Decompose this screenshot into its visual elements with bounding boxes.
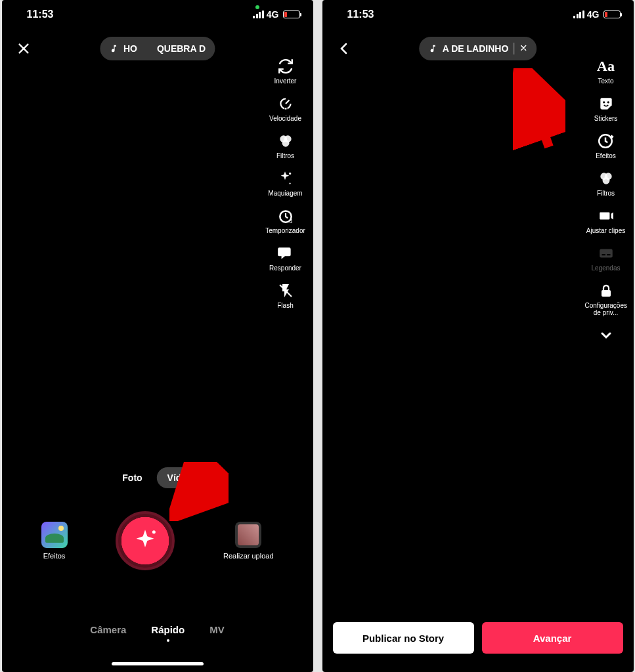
timer-label: Temporizador xyxy=(265,227,305,234)
speed-icon: 1x xyxy=(276,94,296,114)
adjust-label: Ajustar clipes xyxy=(586,227,625,234)
sound-text-a: HO xyxy=(123,43,137,54)
camera-tools: Inverter 1x Velocidade Filtros Maquiagem… xyxy=(263,56,308,309)
clips-icon xyxy=(596,206,616,226)
music-note-icon xyxy=(428,44,437,53)
filters-icon xyxy=(596,169,616,188)
svg-text:1x: 1x xyxy=(282,106,288,112)
captions-icon xyxy=(596,243,616,263)
tab-foto[interactable]: Foto xyxy=(112,467,152,488)
status-time: 11:53 xyxy=(15,9,54,20)
timer-tool[interactable]: 3 Temporizador xyxy=(265,206,305,234)
svg-point-14 xyxy=(603,101,605,103)
edit-tools: Aa Texto Stickers Efeitos Filtros Ajusta… xyxy=(584,56,628,345)
network-label: 4G xyxy=(267,9,279,20)
upload-label: Realizar upload xyxy=(223,552,273,560)
filters-label: Filtros xyxy=(597,190,615,197)
captions-label: Legendas xyxy=(592,264,621,272)
mode-camera[interactable]: Câmera xyxy=(90,624,126,635)
remove-sound-button[interactable] xyxy=(519,43,527,54)
speed-tool[interactable]: 1x Velocidade xyxy=(269,94,301,122)
lock-icon xyxy=(596,281,616,301)
upload-button[interactable]: Realizar upload xyxy=(223,522,273,560)
speed-label: Velocidade xyxy=(269,115,301,122)
captions-tool[interactable]: Legendas xyxy=(592,243,621,272)
home-indicator[interactable] xyxy=(112,662,204,665)
more-tools-toggle[interactable] xyxy=(596,326,616,345)
status-right: 4G xyxy=(253,9,299,20)
flash-tool[interactable]: Flash xyxy=(276,281,296,309)
svg-point-15 xyxy=(607,101,609,103)
effects-icon xyxy=(41,522,68,548)
mode-selector: Câmera Rápido MV xyxy=(2,624,313,635)
pill-divider xyxy=(514,43,514,54)
camera-active-dot xyxy=(255,5,259,9)
filters-tool[interactable]: Filtros xyxy=(596,169,616,197)
text-tool[interactable]: Aa Texto xyxy=(596,56,616,85)
svg-point-19 xyxy=(602,177,609,184)
reply-icon xyxy=(275,243,295,263)
signal-icon xyxy=(573,10,584,18)
flash-label: Flash xyxy=(277,302,293,309)
sound-text: A DE LADINHO xyxy=(443,43,509,54)
stickers-tool[interactable]: Stickers xyxy=(594,94,618,122)
effects-tool[interactable]: Efeitos xyxy=(596,131,616,159)
svg-point-5 xyxy=(290,183,291,184)
filters-icon xyxy=(276,131,296,151)
filters-tool[interactable]: Filtros xyxy=(276,131,296,159)
status-time: 11:53 xyxy=(336,9,374,20)
privacy-tool[interactable]: Configurações de priv... xyxy=(585,281,627,316)
annotation-arrow xyxy=(513,68,565,154)
back-button[interactable] xyxy=(333,37,355,60)
status-bar: 11:53 4G xyxy=(2,0,313,29)
edit-screen: 11:53 4G A DE LADINHO Aa Texto xyxy=(322,0,634,672)
svg-text:3: 3 xyxy=(289,218,292,224)
flip-camera-tool[interactable]: Inverter xyxy=(274,56,297,85)
camera-screen: 11:53 4G HO — QUEBRA D Inverter 1x Veloc… xyxy=(2,0,313,672)
sticker-icon xyxy=(596,94,616,114)
stickers-label: Stickers xyxy=(594,115,618,122)
signal-icon xyxy=(253,10,264,18)
sparkle-icon xyxy=(275,169,295,188)
bottom-actions: Publicar no Story Avançar xyxy=(333,622,623,654)
filters-label: Filtros xyxy=(276,152,294,159)
svg-point-4 xyxy=(289,173,291,175)
close-icon xyxy=(519,44,527,52)
reply-tool[interactable]: Responder xyxy=(269,243,301,272)
next-button[interactable]: Avançar xyxy=(482,622,623,654)
timer-icon: 3 xyxy=(276,206,296,226)
effects-button[interactable]: Efeitos xyxy=(41,522,68,560)
post-story-button[interactable]: Publicar no Story xyxy=(333,622,474,654)
status-right: 4G xyxy=(573,9,620,20)
svg-rect-23 xyxy=(607,254,610,255)
reply-label: Responder xyxy=(269,264,301,272)
close-button[interactable] xyxy=(12,37,35,60)
svg-rect-22 xyxy=(602,254,605,255)
sound-selector[interactable]: HO — QUEBRA D xyxy=(100,37,215,60)
flip-icon xyxy=(276,56,296,76)
mode-mv[interactable]: MV xyxy=(209,624,225,635)
svg-rect-21 xyxy=(600,249,613,258)
flip-label: Inverter xyxy=(274,77,297,85)
sound-selector[interactable]: A DE LADINHO xyxy=(419,37,537,60)
sparkle-record-icon xyxy=(132,528,158,554)
text-label: Texto xyxy=(598,77,614,85)
svg-rect-20 xyxy=(600,213,609,220)
music-note-icon xyxy=(109,44,118,53)
effects-label: Efeitos xyxy=(596,152,616,159)
network-label: 4G xyxy=(587,9,600,20)
record-button[interactable] xyxy=(116,511,175,570)
capture-tabs: Foto Vídeo xyxy=(112,467,202,488)
beauty-tool[interactable]: Maquiagem xyxy=(268,169,302,197)
battery-icon xyxy=(283,10,300,18)
close-icon xyxy=(16,41,31,56)
privacy-label: Configurações de priv... xyxy=(585,302,627,316)
tab-video[interactable]: Vídeo xyxy=(157,467,203,488)
status-bar: 11:53 4G xyxy=(322,0,634,29)
mode-rapido[interactable]: Rápido xyxy=(151,624,185,635)
svg-point-3 xyxy=(282,140,289,147)
upload-thumbnail xyxy=(235,522,261,548)
svg-line-13 xyxy=(525,78,549,147)
chevron-left-icon xyxy=(336,41,352,56)
adjust-clips-tool[interactable]: Ajustar clipes xyxy=(586,206,625,234)
